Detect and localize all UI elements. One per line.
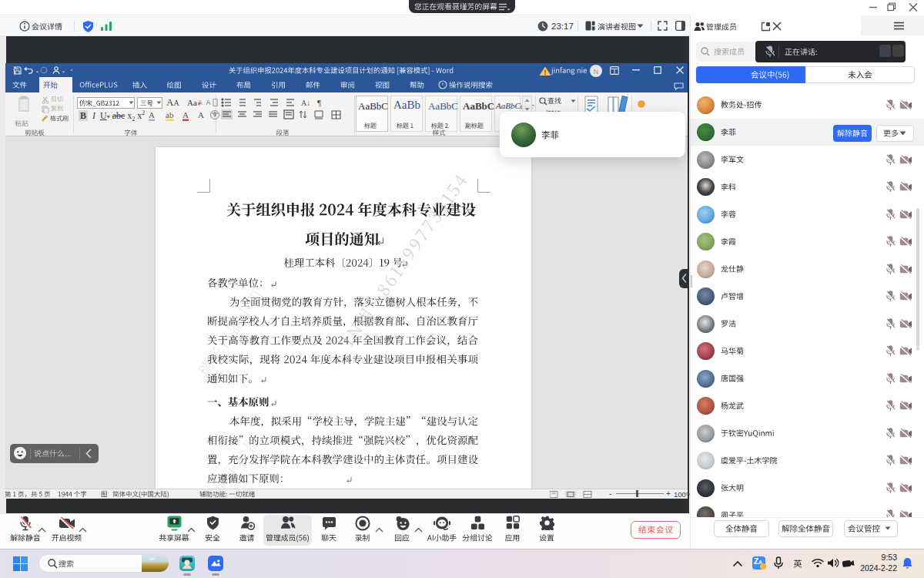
svg-text:ab: ab	[166, 110, 174, 119]
svg-text:A↓: A↓	[301, 99, 310, 107]
svg-text:A: A	[206, 99, 210, 106]
svg-text:A: A	[182, 110, 189, 119]
svg-text:A: A	[198, 99, 203, 106]
svg-text:A: A	[149, 110, 155, 119]
svg-text:N: N	[594, 68, 599, 76]
svg-text:A: A	[198, 110, 204, 119]
svg-text:¶: ¶	[317, 98, 321, 107]
